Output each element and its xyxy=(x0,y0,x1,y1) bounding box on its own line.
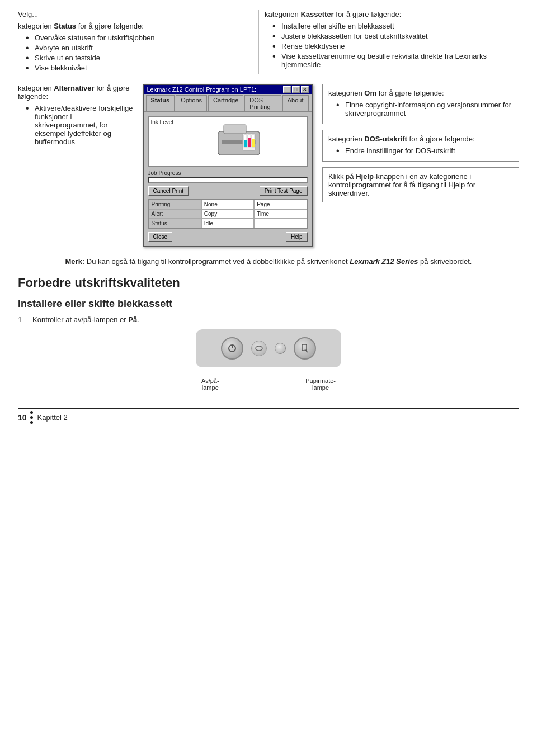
col-kassetter: kategorien Kassetter for å gjøre følgend… xyxy=(258,10,519,74)
print-test-button[interactable]: Print Test Page xyxy=(260,186,308,196)
om-box: kategorien Om for å gjøre følgende: Finn… xyxy=(322,84,519,124)
grid-val-none: None xyxy=(201,200,254,209)
om-title: kategorien Om for å gjøre følgende: xyxy=(328,89,513,97)
label-power-text: Av/på-lampe xyxy=(201,377,219,391)
paper-icon xyxy=(300,344,309,353)
close-button[interactable]: Close xyxy=(148,232,173,242)
list-item: Overvåke statusen for utskriftsjobben xyxy=(26,34,248,42)
footer-dots xyxy=(30,411,33,424)
grid-col-empty xyxy=(254,219,307,228)
grid-val-copy: Copy xyxy=(201,209,254,219)
svg-rect-7 xyxy=(248,138,251,147)
list-item: Aktivere/deaktivere forskjellige funksjo… xyxy=(26,104,135,146)
alt-list: Aktivere/deaktivere forskjellige funksjo… xyxy=(18,104,135,146)
footer-caption: Kapittel 2 xyxy=(37,413,68,422)
svg-rect-1 xyxy=(224,125,246,134)
section-heading: Forbedre utskriftskvaliteten xyxy=(18,276,519,290)
label-line-paper xyxy=(321,371,321,376)
list-item: Justere blekkassetten for best utskrifts… xyxy=(272,32,519,40)
small-btn xyxy=(275,343,286,354)
dialog-info-grid: Printing None Page Alert Copy Time Statu… xyxy=(148,199,308,229)
step-1-text: Kontroller at av/på-lampen er På. xyxy=(32,315,139,324)
minimize-btn[interactable]: _ xyxy=(283,86,291,93)
label-power: Av/på-lampe xyxy=(201,371,219,391)
job-progress-area: Job Progress xyxy=(148,170,308,183)
dialog-box: Lexmark Z12 Control Program on LPT1: _ □… xyxy=(143,84,313,247)
tab-dos-printing[interactable]: DOS Printing xyxy=(244,95,281,111)
top-section: Velg... kategorien Status for å gjøre fø… xyxy=(18,10,519,74)
status-list: Overvåke statusen for utskriftsjobben Av… xyxy=(18,34,248,72)
footer-page-num: 10 xyxy=(18,413,27,422)
list-item: Vise kassettvarenumre og bestille rekvis… xyxy=(272,52,519,69)
tab-options[interactable]: Options xyxy=(176,95,207,111)
job-progress-label: Job Progress xyxy=(148,170,308,176)
om-list: Finne copyright-informasjon og versjonsn… xyxy=(328,101,513,117)
ink-level-label: Ink Level xyxy=(151,119,173,125)
label-paper-text: Papirmate-lampe xyxy=(305,377,336,391)
col-status: Velg... kategorien Status for å gjøre fø… xyxy=(18,10,258,74)
footer-row: 10 Kapittel 2 xyxy=(18,408,519,424)
dialog-close-row: Close Help xyxy=(148,232,308,242)
power-button xyxy=(221,337,243,360)
subsection-heading: Installere eller skifte blekkassett xyxy=(18,298,519,310)
hjelp-box: Klikk på Hjelp-knappen i en av kategorie… xyxy=(322,167,519,202)
dialog-titlebar: Lexmark Z12 Control Program on LPT1: _ □… xyxy=(144,85,312,94)
dot-2 xyxy=(30,416,33,419)
col-side-right: kategorien Om for å gjøre følgende: Finn… xyxy=(314,84,519,208)
dialog-buttons-row: Cancel Print Print Test Page xyxy=(148,186,308,196)
tab-about[interactable]: About xyxy=(282,95,309,111)
list-item: Avbryte en utskrift xyxy=(26,44,248,52)
merk-note: Merk: Du kan også få tilgang til kontrol… xyxy=(18,257,519,266)
grid-val-idle: Idle xyxy=(201,219,254,228)
center-button xyxy=(251,341,267,356)
cancel-print-button[interactable]: Cancel Print xyxy=(148,186,189,196)
dos-title: kategorien DOS-utskrift for å gjøre følg… xyxy=(328,135,513,143)
printer-buttons-area xyxy=(196,329,341,367)
close-btn-title[interactable]: ✕ xyxy=(301,86,309,93)
svg-rect-9 xyxy=(252,139,255,147)
status-title: kategorien Status for å gjøre følgende: xyxy=(18,22,248,30)
list-item: Vise blekknivået xyxy=(26,64,248,72)
step-1-row: 1 Kontroller at av/på-lampen er På. xyxy=(18,315,519,324)
grid-col-time: Time xyxy=(254,209,307,219)
list-item: Installere eller skifte en blekkassett xyxy=(272,22,519,30)
dot-3 xyxy=(30,421,33,424)
ink-level-area: Ink Level xyxy=(148,116,308,167)
dot-1 xyxy=(30,411,33,414)
diagram-labels: Av/på-lampe Papirmate-lampe xyxy=(196,371,341,391)
svg-rect-13 xyxy=(302,344,307,351)
col-screenshot: Lexmark Z12 Control Program on LPT1: _ □… xyxy=(141,84,314,247)
alt-title: kategorien Alternativer for å gjøre følg… xyxy=(18,84,135,101)
label-paper: Papirmate-lampe xyxy=(305,371,336,391)
power-icon xyxy=(227,343,237,353)
label-line-power xyxy=(210,371,210,376)
tab-status[interactable]: Status xyxy=(146,95,175,111)
kassetter-list: Installere eller skifte en blekkassett J… xyxy=(265,22,519,69)
intro-text: Velg... xyxy=(18,10,248,18)
dialog-body: Ink Level xyxy=(144,112,312,246)
grid-header-printing: Printing xyxy=(149,200,201,209)
help-button[interactable]: Help xyxy=(286,232,308,242)
maximize-btn[interactable]: □ xyxy=(292,86,300,93)
kassetter-title: kategorien Kassetter for å gjøre følgend… xyxy=(265,10,519,18)
list-item: Endre innstillinger for DOS-utskrift xyxy=(336,147,513,155)
dialog-title: Lexmark Z12 Control Program on LPT1: xyxy=(147,86,257,93)
progress-bar xyxy=(148,177,308,183)
title-controls: _ □ ✕ xyxy=(283,86,309,93)
svg-point-12 xyxy=(256,346,262,351)
printer-illustration xyxy=(173,119,305,159)
list-item: Finne copyright-informasjon og versjonsn… xyxy=(336,101,513,117)
svg-rect-5 xyxy=(244,140,247,147)
tab-cartridge[interactable]: Cartridge xyxy=(208,95,243,111)
paper-section xyxy=(294,337,316,360)
oval-icon xyxy=(255,346,263,351)
grid-header-status: Status xyxy=(149,219,201,228)
paper-button xyxy=(294,337,316,360)
grid-col-page: Page xyxy=(254,200,307,209)
dialog-tabs: Status Options Cartridge DOS Printing Ab… xyxy=(144,94,312,112)
col-alternativer: kategorien Alternativer for å gjøre følg… xyxy=(18,84,141,148)
hjelp-text: Klikk på Hjelp-knappen i en av kategorie… xyxy=(328,172,513,197)
list-item: Rense blekkdysene xyxy=(272,42,519,50)
printer-diagram: Av/på-lampe Papirmate-lampe xyxy=(190,329,347,391)
small-circle-section xyxy=(275,343,286,354)
